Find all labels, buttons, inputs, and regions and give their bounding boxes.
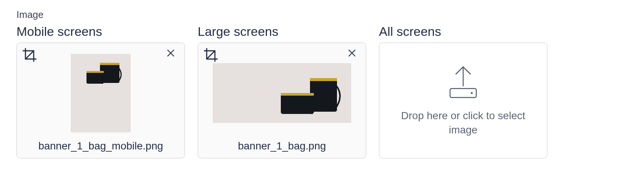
filename-large: banner_1_bag.png — [238, 140, 326, 152]
svg-rect-5 — [310, 78, 337, 81]
image-card-mobile: banner_1_bag_mobile.png — [16, 43, 185, 158]
thumbnail-container-mobile — [71, 48, 131, 138]
close-icon[interactable] — [346, 47, 360, 61]
filename-mobile: banner_1_bag_mobile.png — [38, 140, 163, 152]
svg-rect-3 — [86, 71, 104, 73]
svg-rect-1 — [100, 63, 119, 65]
dropzone-text: Drop here or click to select image — [379, 109, 547, 137]
bag-illustration — [78, 61, 123, 87]
column-all: All screens Drop here or click to select… — [379, 23, 547, 158]
svg-rect-6 — [281, 93, 314, 114]
column-mobile: Mobile screens — [16, 23, 185, 158]
image-dropzone[interactable]: Drop here or click to select image — [379, 43, 547, 158]
thumbnail-mobile[interactable] — [71, 54, 131, 132]
column-large: Large screens — [198, 23, 366, 158]
column-title-mobile: Mobile screens — [16, 24, 185, 39]
svg-rect-7 — [281, 93, 314, 96]
close-icon[interactable] — [165, 47, 179, 61]
image-columns-row: Mobile screens — [16, 23, 628, 158]
svg-rect-4 — [310, 78, 337, 112]
thumbnail-container-large — [213, 48, 351, 138]
image-card-large: banner_1_bag.png — [198, 43, 366, 158]
column-title-all: All screens — [379, 24, 547, 39]
crop-icon[interactable] — [21, 47, 38, 63]
thumbnail-large[interactable] — [213, 63, 351, 123]
section-label: Image — [16, 9, 628, 21]
svg-rect-2 — [86, 71, 104, 84]
column-title-large: Large screens — [198, 24, 366, 39]
crop-icon[interactable] — [203, 47, 219, 63]
svg-point-9 — [471, 92, 473, 94]
bag-illustration — [270, 76, 344, 117]
upload-icon — [443, 64, 484, 101]
